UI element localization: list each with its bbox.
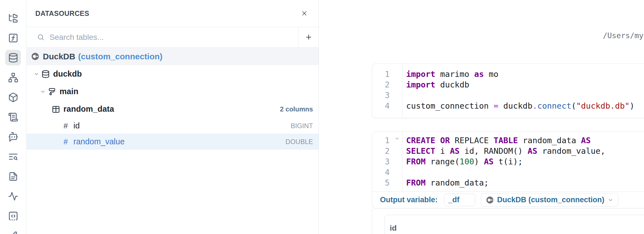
schema-icon (48, 87, 56, 96)
tree-label: duckdb (53, 69, 82, 79)
chevron-down-icon (34, 71, 39, 77)
line-number: 2 (372, 146, 402, 156)
rail-button-pen-line[interactable] (5, 228, 21, 234)
code-line[interactable]: 2SELECT i AS id, RANDOM() AS random_valu… (372, 146, 644, 156)
code-line[interactable]: 4 (372, 167, 644, 177)
line-number: 2 (372, 79, 402, 90)
connection-name-link[interactable]: (custom_connection) (78, 52, 162, 61)
code-line[interactable]: 4custom_connection = duckdb.connect("duc… (372, 101, 644, 111)
hash-icon: # (62, 121, 69, 130)
plus-icon (305, 33, 312, 41)
sticky-note-text-icon (8, 171, 18, 182)
table-icon (52, 105, 60, 113)
line-number: 5 (372, 177, 402, 188)
rail-button-bot-message-square[interactable] (5, 129, 21, 145)
sql-editor[interactable]: 1CREATE OR REPLACE TABLE random_data AS2… (372, 132, 644, 192)
tree-label: id (73, 121, 80, 130)
marimo-app: DATASOURCES DuckDB (custom_c (0, 0, 644, 234)
chevron-down-icon (395, 136, 399, 141)
dtype-label: BIGINT (291, 122, 319, 130)
code-line[interactable]: 5FROM random_data; (372, 177, 644, 188)
datasource-tree: duckdbmainrandom_data2 columns#idBIGINT#… (27, 65, 319, 150)
line-number: 4 (372, 167, 402, 177)
search-input[interactable] (50, 33, 298, 42)
schema-icon (48, 87, 56, 96)
column-count-label: 2 columns (280, 105, 319, 113)
rail-button-database[interactable] (5, 50, 21, 65)
code-line[interactable]: 3 (372, 90, 644, 101)
tree-label: random_data (63, 104, 114, 114)
line-number: 3 (372, 156, 402, 167)
rail-button-sticky-note-text[interactable] (5, 169, 21, 184)
datasources-panel: DATASOURCES DuckDB (custom_c (27, 0, 319, 234)
fold-chevron-icon[interactable] (395, 136, 399, 141)
connection-select-label: DuckDB (custom_connection) (497, 196, 604, 204)
rail-button-box[interactable] (5, 89, 21, 105)
square-dashed-bottom-code-icon (8, 211, 18, 221)
code-line[interactable]: 1import marimo as mo (372, 69, 644, 79)
search-row (27, 27, 319, 48)
duckdb-logo-icon (31, 52, 40, 61)
chevron-down-icon (40, 89, 46, 94)
line-number: 1 (372, 135, 402, 146)
search-field-wrap (27, 27, 298, 47)
rail-button-scroll-text[interactable] (5, 109, 21, 125)
sql-cell-footer: Output variable: DuckDB (custom_connecti… (372, 192, 644, 208)
hash-icon: # (62, 137, 69, 146)
helper-panel-rail (0, 0, 26, 234)
result-table: id (384, 215, 644, 234)
chevron-down-icon (608, 197, 614, 203)
tree-row-random_value[interactable]: #random_valueDOUBLE (27, 134, 319, 150)
pen-line-icon (8, 231, 18, 234)
square-function-icon (8, 33, 18, 43)
gutter-divider (402, 132, 403, 191)
output-left-border (372, 209, 372, 234)
add-datasource-button[interactable] (298, 27, 319, 47)
code-cell-sql[interactable]: 1CREATE OR REPLACE TABLE random_data AS2… (372, 131, 644, 208)
database-icon (41, 70, 50, 78)
chevron-down-icon (34, 71, 39, 77)
database-icon (8, 53, 18, 63)
close-panel-button[interactable] (301, 10, 308, 17)
duckdb-logo-icon (486, 196, 494, 204)
python-editor[interactable]: 1import marimo as mo2import duckdb34cust… (372, 64, 644, 118)
notebook-file-path: /Users/my (603, 31, 643, 40)
output-variable-input[interactable] (444, 194, 475, 206)
tree-label: main (60, 87, 78, 96)
table-column-header-id[interactable]: id (390, 224, 397, 233)
tree-row-duckdb[interactable]: duckdb (27, 65, 319, 83)
search-icon (37, 33, 45, 41)
code-cell-python[interactable]: 1import marimo as mo2import duckdb34cust… (372, 64, 644, 118)
rail-button-square-dashed-bottom-code[interactable] (5, 208, 21, 224)
tree-row-main[interactable]: main (27, 83, 319, 100)
table-icon (52, 105, 60, 113)
connection-engine-label: DuckDB (43, 52, 75, 61)
code-line[interactable]: 2import duckdb (372, 79, 644, 90)
rail-button-activity[interactable] (5, 188, 21, 204)
network-icon (8, 72, 18, 83)
tree-row-random_data[interactable]: random_data2 columns (27, 100, 319, 118)
dtype-label: DOUBLE (285, 138, 319, 146)
close-icon (301, 10, 308, 17)
tree-label: random_value (73, 137, 125, 146)
gutter-divider (402, 64, 403, 118)
database-icon (41, 70, 50, 78)
rail-button-text-search[interactable] (5, 149, 21, 164)
notebook-area: /Users/my 1import marimo as mo2import du… (319, 0, 644, 234)
line-number: 3 (372, 90, 402, 101)
box-icon (8, 92, 18, 103)
chevron-down-icon (40, 89, 46, 94)
connection-row-duckdb[interactable]: DuckDB (custom_connection) (27, 48, 319, 65)
rail-button-folder-tree[interactable] (5, 10, 21, 26)
rail-button-square-function[interactable] (5, 30, 21, 46)
connection-select-dropdown[interactable]: DuckDB (custom_connection) (481, 193, 618, 207)
datasources-header: DATASOURCES (27, 0, 319, 27)
scroll-text-icon (8, 112, 18, 122)
tree-row-id[interactable]: #idBIGINT (27, 118, 319, 134)
code-line[interactable]: 1CREATE OR REPLACE TABLE random_data AS (372, 135, 644, 146)
rail-button-network[interactable] (5, 70, 21, 85)
code-line[interactable]: 3FROM range(100) AS t(i); (372, 156, 644, 167)
activity-icon (8, 191, 18, 201)
folder-tree-icon (8, 13, 18, 23)
panel-title: DATASOURCES (35, 9, 89, 18)
